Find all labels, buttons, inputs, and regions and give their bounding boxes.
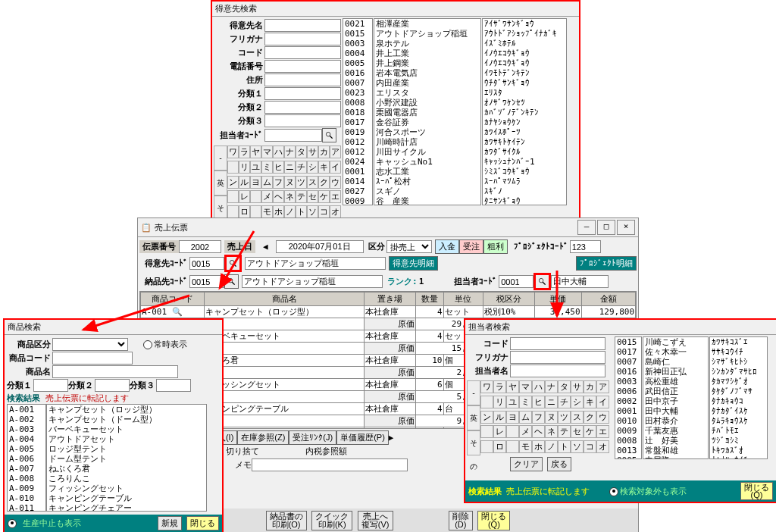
kana-key[interactable]: ツ [558, 411, 571, 424]
kana-key[interactable]: マ [261, 146, 273, 158]
kana-key[interactable]: ワ [227, 146, 239, 158]
deliv-search-icon[interactable] [224, 274, 239, 289]
kubun-select[interactable]: 掛売上 [386, 240, 432, 253]
cust-name-field[interactable] [245, 257, 386, 270]
kana-key[interactable]: チ [558, 396, 571, 408]
kana-key[interactable]: ム [261, 176, 273, 189]
prod-kubun-select[interactable] [52, 338, 128, 351]
kana-key[interactable]: ン [480, 411, 493, 424]
kana-key[interactable]: ナ [545, 380, 558, 393]
juchu-button[interactable]: 受注 [459, 239, 483, 254]
kana-key[interactable]: キ [318, 161, 330, 174]
kana-key[interactable]: フ [532, 411, 545, 424]
kana-key[interactable] [506, 425, 519, 438]
kana-key[interactable]: テ [296, 190, 307, 203]
kana-key[interactable]: コ [318, 205, 330, 218]
kana-key[interactable]: ケ [584, 425, 596, 438]
kana-key[interactable]: サ [571, 380, 584, 393]
show-discontinued-radio[interactable] [8, 519, 17, 528]
price-history-button[interactable]: 単価履歴(P) [336, 430, 389, 445]
deliv-name-field[interactable] [242, 275, 383, 288]
kana-key[interactable]: ワ [480, 380, 493, 393]
kana-key[interactable]: オ [596, 440, 609, 453]
kana-key[interactable]: モ [261, 205, 273, 218]
kana-key[interactable]: リ [493, 396, 506, 408]
kana-key[interactable]: セ [307, 190, 318, 203]
order-link-button[interactable]: 受注ﾘﾝｸ(J) [289, 430, 336, 445]
kana-key[interactable]: ユ [506, 396, 519, 408]
kana-key[interactable] [250, 205, 261, 218]
prod-cat3-input[interactable] [156, 379, 191, 392]
staff-code-list[interactable]: 0015001700070016000300060002000100100009… [615, 336, 642, 459]
kana-key[interactable]: ホ [273, 205, 284, 218]
kana-key[interactable]: エ [330, 190, 341, 203]
kana-key[interactable]: ヌ [284, 176, 296, 189]
cust-code-field[interactable] [189, 257, 224, 270]
kana-key[interactable]: ノ [545, 440, 558, 453]
kana-key[interactable]: ス [307, 176, 318, 189]
kana-key[interactable]: ス [571, 411, 584, 424]
prod-code-input[interactable] [52, 352, 133, 365]
kana-key[interactable]: タ [558, 380, 571, 393]
staff-close-button[interactable]: 閉じる (Q) [740, 482, 773, 500]
kana-key[interactable]: ロ [493, 440, 506, 453]
cust-search-icon[interactable] [224, 255, 242, 272]
kana-key[interactable]: ウ [330, 176, 341, 189]
kana-key[interactable]: ヤ [250, 146, 261, 158]
kana-key[interactable]: ラ [493, 380, 506, 393]
stock-ref-button[interactable]: 在庫参照(Z) [237, 430, 289, 445]
quick-print-button[interactable]: クイック 印刷(K) [311, 511, 352, 530]
kana-key[interactable] [227, 161, 239, 174]
kana-key[interactable]: ア [330, 146, 341, 158]
kana-key[interactable]: マ [519, 380, 532, 393]
cust-name-input[interactable] [264, 19, 341, 32]
kana-key[interactable]: チ [296, 161, 307, 174]
kana-key[interactable]: フ [273, 176, 284, 189]
kana-key[interactable]: ク [318, 176, 330, 189]
prod-name-input[interactable] [52, 365, 178, 378]
kana-key[interactable] [480, 440, 493, 453]
kana-key[interactable] [506, 440, 519, 453]
cust-cat1-input[interactable] [264, 87, 341, 100]
staff-show-excluded-radio[interactable] [609, 487, 618, 496]
kana-key[interactable]: ニ [545, 396, 558, 408]
staff-search-icon[interactable] [534, 273, 551, 290]
kana-key[interactable]: ネ [545, 425, 558, 438]
kana-key[interactable]: ユ [250, 161, 261, 174]
kana-key[interactable]: ト [296, 205, 307, 218]
minimize-button[interactable]: – [577, 220, 596, 235]
kana-key[interactable]: リ [239, 161, 250, 174]
kana-key[interactable]: ツ [296, 176, 307, 189]
cust-detail-button[interactable]: 得意先明細 [389, 256, 438, 271]
voucher-no-input[interactable] [179, 240, 221, 253]
kana-key[interactable]: ウ [596, 411, 609, 424]
kana-key[interactable]: メ [519, 425, 532, 438]
staff-back-button[interactable]: 戻る [547, 457, 571, 471]
main-close-button[interactable]: 閉じる (Q) [477, 511, 510, 530]
kana-key[interactable]: ヨ [506, 411, 519, 424]
kana-key[interactable]: モ [519, 440, 532, 453]
kana-key[interactable]: ロ [239, 205, 250, 218]
kana-key[interactable]: キ [584, 396, 596, 408]
prod-cat1-input[interactable] [33, 379, 68, 392]
staff-kana-list[interactable]: ｶﾜｻｷｺｽﾞｴｻｻｷｺｳｲﾁｼﾏｻﾞｷﾋﾄｼｼﾝｶﾝﾀﾞﾏｻﾋﾛﾀｶﾏﾂｼｹﾞ… [709, 336, 768, 459]
staff-name-list[interactable]: 川崎こずえ佐々木幸一島崎仁新神田正弘高松重雄武田信正田中京子田中大輔田村恭介千葉… [643, 336, 709, 459]
kana-key[interactable]: ハ [532, 380, 545, 393]
always-show-radio[interactable] [143, 340, 152, 349]
maximize-button[interactable]: □ [597, 220, 615, 235]
kana-key[interactable]: テ [558, 425, 571, 438]
cust-code-input[interactable] [264, 46, 341, 59]
kana-key[interactable]: ノ [284, 205, 296, 218]
kana-key[interactable]: ケ [318, 190, 330, 203]
kana-key[interactable]: ミ [519, 396, 532, 408]
copy-to-sales-button[interactable]: 売上へ 複写(V) [358, 511, 393, 530]
kana-key[interactable]: ク [584, 411, 596, 424]
deliv-code-field[interactable] [189, 275, 224, 288]
kana-key[interactable] [227, 190, 239, 203]
kana-key[interactable]: ソ [307, 205, 318, 218]
kana-key[interactable]: ヘ [532, 425, 545, 438]
prod-code-list[interactable]: A-001A-002A-003A-004A-005A-006A-007A-008… [7, 404, 46, 512]
kana-key[interactable]: ヤ [506, 380, 519, 393]
print-delivery-button[interactable]: 納品書の 印刷(O) [266, 511, 307, 530]
kana-key[interactable]: メ [261, 190, 273, 203]
